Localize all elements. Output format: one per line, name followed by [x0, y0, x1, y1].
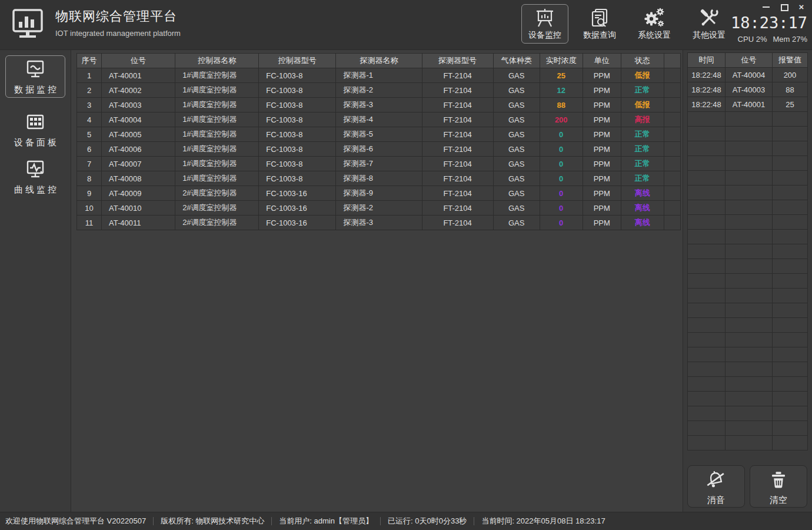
cell-controller-name: 1#调度室控制器 [175, 112, 259, 127]
cell-detector-model: FT-2104 [422, 98, 493, 112]
system-settings-icon [644, 7, 665, 28]
cell-alarm-tag: AT-40003 [726, 82, 773, 97]
alarm-row-empty [688, 200, 808, 215]
empty-cell [726, 259, 773, 274]
cell-realtime-value: 0 [540, 216, 583, 230]
alarm-row-empty [688, 333, 808, 347]
empty-cell [726, 171, 773, 186]
scrollbar-strip-cell [664, 142, 680, 157]
table-row[interactable]: 5AT-400051#调度室控制器FC-1003-8探测器-5FT-2104GA… [77, 127, 681, 142]
alarm-row[interactable]: 18:22:48AT-4000388 [688, 82, 808, 97]
cell-controller-model: FC-1003-16 [259, 216, 336, 230]
alarm-actions: 消音 清空 [687, 465, 807, 508]
scrollbar-strip-cell [664, 201, 680, 216]
cell-detector-model: FT-2104 [422, 216, 493, 230]
sidebar-item-label: 设备面板 [12, 137, 59, 148]
empty-cell [726, 347, 773, 362]
status-item: 欢迎使用物联网综合管理平台 V20220507 [5, 516, 146, 526]
cell-realtime-value: 0 [540, 201, 583, 216]
cell-unit: PPM [583, 157, 621, 171]
cell-controller-name: 1#调度室控制器 [175, 142, 259, 157]
table-row[interactable]: 1AT-400011#调度室控制器FC-1003-8探测器-1FT-2104GA… [77, 68, 681, 83]
table-row[interactable]: 7AT-400071#调度室控制器FC-1003-8探测器-7FT-2104GA… [77, 157, 681, 171]
page-subtitle: IOT integrated management platform [55, 29, 181, 38]
alarm-row-empty [688, 318, 808, 333]
cell-detector-model: FT-2104 [422, 186, 493, 201]
empty-cell [773, 318, 808, 333]
clear-button-label: 清空 [770, 495, 787, 506]
cell-gas-type: GAS [493, 112, 540, 127]
cell-controller-model: FC-1003-8 [259, 112, 336, 127]
empty-cell [726, 156, 773, 171]
sidebar-item-label: 数据监控 [12, 84, 59, 95]
status-item: 当前用户: admin【管理员】 [279, 516, 373, 526]
empty-cell [688, 171, 726, 186]
cell-realtime-value: 0 [540, 186, 583, 201]
scrollbar-strip-header [664, 54, 680, 68]
status-divider [153, 517, 154, 525]
cell-no: 10 [77, 201, 102, 216]
cell-unit: PPM [583, 83, 621, 98]
bell-slash-icon [703, 468, 729, 493]
empty-cell [688, 436, 726, 450]
clear-button[interactable]: 清空 [750, 465, 807, 508]
status-divider [380, 517, 381, 525]
cell-unit: PPM [583, 216, 621, 230]
cell-controller-name: 1#调度室控制器 [175, 68, 259, 83]
sidebar-item-device-panel[interactable]: 设备面板 [5, 108, 65, 151]
sidebar-item-data-monitor[interactable]: 数据监控 [5, 55, 65, 98]
table-row[interactable]: 11AT-400112#调度室控制器FC-1003-16探测器-3FT-2104… [77, 216, 681, 230]
cell-unit: PPM [583, 142, 621, 157]
cell-status: 离线 [621, 186, 664, 201]
cell-gas-type: GAS [493, 216, 540, 230]
table-row[interactable]: 10AT-400102#调度室控制器FC-1003-16探测器-2FT-2104… [77, 201, 681, 216]
alarm-row-empty [688, 171, 808, 186]
empty-cell [773, 230, 808, 244]
table-row[interactable]: 3AT-400031#调度室控制器FC-1003-8探测器-3FT-2104GA… [77, 98, 681, 112]
cell-detector-name: 探测器-1 [336, 68, 422, 83]
alarm-row-empty [688, 156, 808, 171]
table-row[interactable]: 4AT-400041#调度室控制器FC-1003-8探测器-4FT-2104GA… [77, 112, 681, 127]
minimize-button[interactable] [763, 4, 770, 11]
cell-status: 正常 [621, 127, 664, 142]
column-header: 探测器名称 [336, 54, 422, 68]
sidebar: 数据监控 设备面板 [0, 50, 71, 512]
curve-monitor-icon [24, 158, 47, 181]
empty-cell [726, 318, 773, 333]
mute-button-label: 消音 [707, 495, 725, 506]
empty-cell [726, 215, 773, 230]
cell-no: 11 [77, 216, 102, 230]
table-row[interactable]: 6AT-400061#调度室控制器FC-1003-8探测器-6FT-2104GA… [77, 142, 681, 157]
cell-gas-type: GAS [493, 186, 540, 201]
nav-data-query-button[interactable]: 数据查询 [576, 4, 623, 44]
system-usage: CPU 2% Mem 27% [738, 35, 807, 44]
table-row[interactable]: 9AT-400092#调度室控制器FC-1003-16探测器-9FT-2104G… [77, 186, 681, 201]
nav-other-settings-button[interactable]: 其他设置 [685, 4, 733, 44]
cell-controller-name: 1#调度室控制器 [175, 98, 259, 112]
cell-detector-model: FT-2104 [422, 112, 493, 127]
cell-detector-model: FT-2104 [422, 142, 493, 157]
cell-controller-model: FC-1003-16 [259, 186, 336, 201]
alarm-row[interactable]: 18:22:48AT-4000125 [688, 97, 808, 112]
sidebar-item-curve-monitor[interactable]: 曲线监控 [5, 155, 65, 198]
table-row[interactable]: 8AT-400081#调度室控制器FC-1003-8探测器-8FT-2104GA… [77, 171, 681, 186]
scrollbar-strip-cell [664, 171, 680, 186]
digital-clock: 18:23:17 [731, 14, 807, 32]
maximize-button[interactable] [780, 4, 787, 11]
alarm-table: 时间位号报警值 18:22:48AT-4000420018:22:48AT-40… [687, 52, 808, 450]
column-header: 状态 [621, 54, 664, 68]
cell-controller-model: FC-1003-8 [259, 142, 336, 157]
cell-gas-type: GAS [493, 171, 540, 186]
nav-device-monitor-button[interactable]: 设备监控 [521, 4, 568, 44]
alarm-table-body: 18:22:48AT-4000420018:22:48AT-400038818:… [688, 68, 808, 450]
table-row[interactable]: 2AT-400021#调度室控制器FC-1003-8探测器-2FT-2104GA… [77, 83, 681, 98]
empty-cell [726, 333, 773, 347]
close-button[interactable]: × [798, 4, 805, 11]
mute-button[interactable]: 消音 [687, 465, 745, 508]
alarm-table-header-row: 时间位号报警值 [688, 53, 808, 68]
nav-system-settings-button[interactable]: 系统设置 [631, 4, 678, 44]
cell-status: 离线 [621, 216, 664, 230]
column-header: 位号 [726, 53, 773, 68]
alarm-row[interactable]: 18:22:48AT-40004200 [688, 68, 808, 82]
empty-cell [688, 362, 726, 377]
